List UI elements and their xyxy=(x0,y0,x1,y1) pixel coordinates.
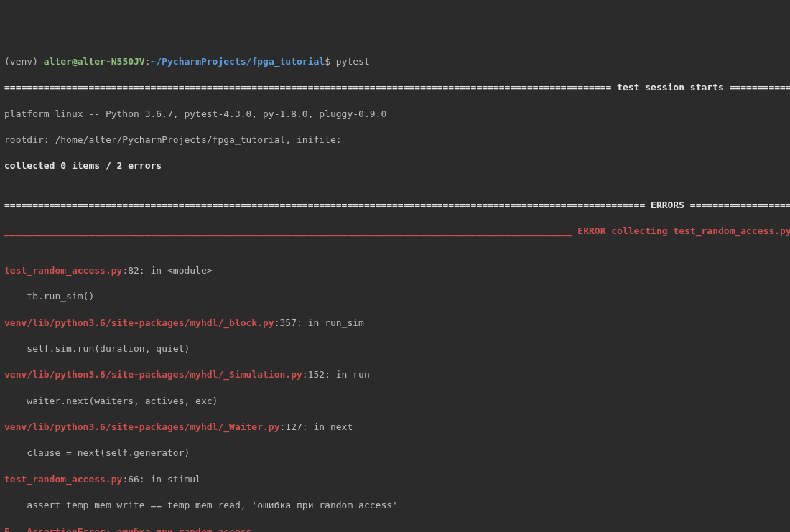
trace-path: venv/lib/python3.6/site-packages/myhdl/_… xyxy=(4,317,274,328)
trace-code: tb.run_sim() xyxy=(4,290,786,303)
trace-loc: :357: in run_sim xyxy=(274,317,364,328)
trace-path: venv/lib/python3.6/site-packages/myhdl/_… xyxy=(4,421,280,432)
trace-code: clause = next(self.generator) xyxy=(4,447,786,459)
trace-loc: :82: in <module> xyxy=(122,265,212,276)
trace-path: test_random_access.py xyxy=(4,474,122,485)
trace-path: venv/lib/python3.6/site-packages/myhdl/_… xyxy=(4,369,302,380)
trace-line: venv/lib/python3.6/site-packages/myhdl/_… xyxy=(4,368,786,381)
trace-line: test_random_access.py:66: in stimul xyxy=(4,473,786,486)
errors-header: ========================================… xyxy=(4,199,786,212)
trace-loc: :66: in stimul xyxy=(122,474,201,485)
prompt-dollar: $ xyxy=(325,56,336,67)
trace-loc: :127: in next xyxy=(280,421,353,432)
platform-line: platform linux -- Python 3.6.7, pytest-4… xyxy=(4,108,786,121)
session-header: ========================================… xyxy=(4,81,786,94)
prompt-colon: : xyxy=(145,56,151,67)
command-input[interactable]: pytest xyxy=(336,56,370,67)
venv-label: (venv) xyxy=(4,56,44,67)
assertion-error: E AssertionError: ошибка при random acce… xyxy=(4,526,786,533)
prompt-at: @ xyxy=(72,56,78,67)
prompt-host: alter-N550JV xyxy=(78,56,145,67)
prompt-line[interactable]: (venv) alter@alter-N550JV:~/PycharmProje… xyxy=(4,55,786,68)
prompt-path: ~/PycharmProjects/fpga_tutorial xyxy=(151,56,325,67)
prompt-user: alter xyxy=(44,56,72,67)
trace-code: waiter.next(waiters, actives, exc) xyxy=(4,395,786,408)
rootdir-line: rootdir: /home/alter/PycharmProjects/fpg… xyxy=(4,134,786,146)
trace-loc: :152: in run xyxy=(302,369,370,380)
trace-line: test_random_access.py:82: in <module> xyxy=(4,264,786,277)
trace-line: venv/lib/python3.6/site-packages/myhdl/_… xyxy=(4,317,786,330)
trace-code: assert temp_mem_write == temp_mem_read, … xyxy=(4,499,786,512)
trace-line: venv/lib/python3.6/site-packages/myhdl/_… xyxy=(4,421,786,434)
error1-header: ________________________________________… xyxy=(4,225,786,238)
collected-line: collected 0 items / 2 errors xyxy=(4,159,786,172)
trace-code: self.sim.run(duration, quiet) xyxy=(4,342,786,355)
trace-path: test_random_access.py xyxy=(4,265,122,276)
